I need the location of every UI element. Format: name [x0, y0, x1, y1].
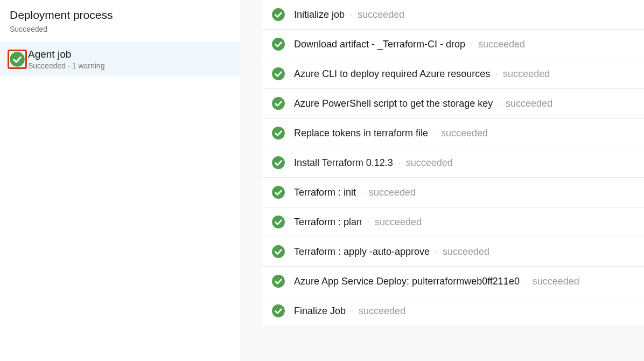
separator-dot: · [351, 307, 353, 315]
check-circle-icon [9, 51, 25, 67]
task-name: Azure PowerShell script to get the stora… [294, 98, 493, 109]
task-row[interactable]: Azure App Service Deploy: pulterraformwe… [262, 267, 644, 296]
task-row[interactable]: Azure CLI to deploy required Azure resou… [262, 59, 644, 89]
check-circle-icon [271, 274, 285, 288]
sidebar-item-content: Agent job Succeeded · 1 warning [28, 48, 233, 70]
separator-dot: · [350, 10, 352, 19]
task-name: Finalize Job [294, 306, 346, 317]
svg-point-2 [272, 38, 285, 51]
task-name: Terraform : apply -auto-approve [294, 246, 430, 258]
task-status: succeeded [358, 9, 404, 20]
check-circle-icon [271, 185, 285, 199]
task-name: Azure CLI to deploy required Azure resou… [294, 68, 490, 80]
task-row[interactable]: Replace tokens in terraform file·succeed… [262, 119, 644, 148]
svg-point-1 [272, 8, 285, 21]
task-row[interactable]: Initialize job·succeeded [262, 0, 644, 30]
agent-job-warning: 1 warning [72, 61, 105, 70]
check-circle-icon [271, 126, 285, 140]
svg-point-5 [272, 127, 285, 140]
task-name: Terraform : init [294, 187, 356, 198]
task-status: succeeded [533, 276, 579, 287]
agent-job-title: Agent job [28, 48, 233, 60]
check-circle-icon [271, 96, 285, 110]
separator-dot: · [398, 158, 401, 167]
check-circle-icon [271, 304, 285, 318]
svg-point-3 [272, 67, 285, 80]
task-status: succeeded [406, 157, 453, 169]
check-circle-icon [271, 67, 285, 81]
task-row[interactable]: Download artifact - _Terraform-CI - drop… [262, 30, 644, 59]
check-circle-icon [271, 8, 285, 22]
task-row[interactable]: Terraform : apply -auto-approve·succeede… [262, 237, 644, 267]
task-name: Azure App Service Deploy: pulterraformwe… [294, 276, 520, 287]
task-row[interactable]: Terraform : plan·succeeded [262, 207, 644, 237]
separator-dot: · [435, 247, 437, 256]
svg-point-8 [272, 216, 285, 228]
deployment-process-status: Succeeded [10, 25, 230, 33]
separator-dot: · [495, 70, 498, 78]
task-name: Terraform : plan [294, 217, 362, 228]
svg-point-9 [272, 245, 285, 258]
sidebar: Deployment process Succeeded Agent job S… [0, 0, 240, 361]
task-name: Install Terraform 0.12.3 [294, 157, 393, 169]
svg-point-6 [272, 156, 285, 169]
separator-dot: · [433, 129, 436, 137]
check-circle-icon [271, 156, 285, 170]
task-row[interactable]: Finalize Job·succeeded [262, 296, 644, 325]
agent-job-status-highlight [8, 50, 27, 69]
deployment-process-title: Deployment process [10, 9, 230, 22]
task-status: succeeded [478, 39, 525, 50]
separator-dot: · [498, 99, 500, 108]
svg-point-0 [10, 52, 25, 67]
task-name: Replace tokens in terraform file [294, 128, 428, 139]
check-circle-icon [271, 245, 285, 259]
separator-dot: · [471, 40, 473, 48]
main-panel: Initialize job·succeededDownload artifac… [240, 0, 644, 361]
agent-job-subtitle: Succeeded · 1 warning [28, 61, 233, 70]
separator-dot: · [525, 277, 527, 286]
task-name: Download artifact - _Terraform-CI - drop [294, 39, 465, 50]
check-circle-icon [271, 37, 285, 51]
check-circle-icon [271, 215, 285, 229]
task-status: succeeded [503, 68, 550, 80]
task-status: succeeded [443, 246, 489, 258]
task-row[interactable]: Install Terraform 0.12.3·succeeded [262, 148, 644, 178]
task-status: succeeded [369, 187, 416, 198]
svg-point-7 [272, 186, 285, 199]
task-name: Initialize job [294, 9, 345, 20]
task-status: succeeded [441, 128, 488, 139]
svg-point-4 [272, 97, 285, 110]
svg-point-10 [272, 275, 285, 288]
task-row[interactable]: Terraform : init·succeeded [262, 178, 644, 207]
task-status: succeeded [359, 306, 405, 317]
task-status: succeeded [506, 98, 552, 109]
separator-dot: · [367, 218, 369, 226]
sidebar-item-agent-job[interactable]: Agent job Succeeded · 1 warning [0, 42, 240, 77]
task-row[interactable]: Azure PowerShell script to get the stora… [262, 89, 644, 119]
separator-dot: · [361, 188, 363, 197]
sidebar-header[interactable]: Deployment process Succeeded [0, 0, 240, 42]
task-list: Initialize job·succeededDownload artifac… [262, 0, 644, 325]
agent-job-substatus: Succeeded [28, 61, 66, 70]
bottom-spacer [262, 325, 644, 333]
task-status: succeeded [375, 217, 422, 228]
svg-point-11 [272, 304, 285, 317]
